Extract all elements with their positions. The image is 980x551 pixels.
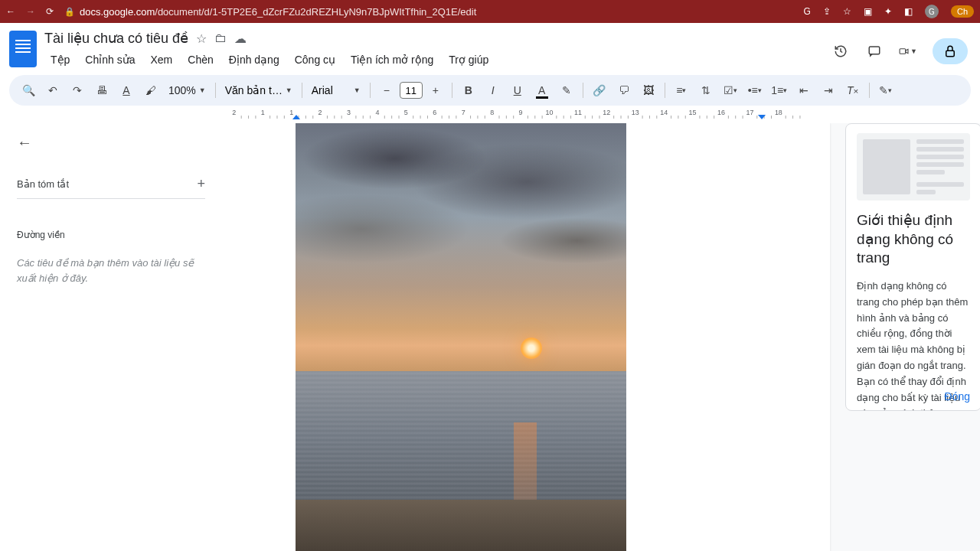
line-spacing-icon[interactable]: ⇅ <box>694 79 717 102</box>
ruler[interactable]: 21123456789101112131415161718 <box>0 107 980 124</box>
profile-avatar[interactable]: G <box>925 5 939 18</box>
text-color-icon[interactable]: A <box>531 79 554 102</box>
add-summary-icon[interactable]: + <box>197 176 205 192</box>
link-icon[interactable]: 🔗 <box>588 79 611 102</box>
clear-format-icon[interactable]: T× <box>841 79 864 102</box>
svg-text:18: 18 <box>775 109 782 116</box>
svg-text:9: 9 <box>519 109 523 116</box>
spellcheck-icon[interactable]: A <box>115 79 138 102</box>
upload-icon[interactable]: ⇪ <box>823 6 831 17</box>
document-canvas[interactable]: Giới thiệu định dạng không có trang Định… <box>222 123 980 551</box>
svg-text:8: 8 <box>490 109 494 116</box>
zoom-select[interactable]: 100%▼ <box>164 84 211 96</box>
indent-increase-icon[interactable]: ⇥ <box>817 79 840 102</box>
menu-tools[interactable]: Công cụ <box>289 51 341 69</box>
svg-text:2: 2 <box>232 109 236 116</box>
svg-rect-0 <box>869 47 880 54</box>
doc-header: Tài liệu chưa có tiêu đề ☆ 🗀 ☁ Tệp Chỉnh… <box>0 23 980 75</box>
lock-icon: 🔒 <box>64 7 75 17</box>
menu-view[interactable]: Xem <box>145 51 179 69</box>
indent-decrease-icon[interactable]: ⇤ <box>792 79 815 102</box>
chrome-pill[interactable]: Ch <box>951 5 974 18</box>
paint-format-icon[interactable]: 🖌 <box>139 79 162 102</box>
reader-icon[interactable]: ▣ <box>864 6 872 17</box>
svg-text:7: 7 <box>462 109 466 116</box>
italic-icon[interactable]: I <box>482 79 505 102</box>
share-button[interactable] <box>933 38 968 64</box>
star-icon[interactable]: ☆ <box>196 31 207 46</box>
outline-sidebar: ← Bản tóm tắt + Đường viền Các tiêu đề m… <box>0 123 222 551</box>
chevron-down-icon: ▼ <box>354 86 361 94</box>
docs-logo-icon[interactable] <box>9 31 37 67</box>
menu-help[interactable]: Trợ giúp <box>443 51 495 69</box>
inserted-image[interactable] <box>296 123 626 551</box>
style-select[interactable]: Văn bản t…▼ <box>220 84 297 96</box>
pageless-info-panel: Giới thiệu định dạng không có trang Định… <box>845 123 980 411</box>
svg-text:14: 14 <box>660 109 668 116</box>
outline-hint: Các tiêu đề mà bạn thêm vào tài liệu sẽ … <box>17 256 205 285</box>
summary-label: Bản tóm tắt <box>17 178 69 190</box>
svg-text:10: 10 <box>546 109 554 116</box>
redo-icon[interactable]: ↷ <box>66 79 89 102</box>
svg-text:13: 13 <box>632 109 639 116</box>
bullet-list-icon[interactable]: •≡▾ <box>743 79 766 102</box>
collapse-outline-icon[interactable]: ← <box>17 134 32 152</box>
history-icon[interactable] <box>831 42 850 60</box>
reload-icon[interactable]: ⟳ <box>46 6 54 17</box>
panel-title: Giới thiệu định dạng không có trang <box>857 211 970 268</box>
google-icon[interactable]: G <box>804 6 811 17</box>
svg-text:1: 1 <box>261 109 265 116</box>
svg-text:16: 16 <box>717 109 725 116</box>
panel-icon[interactable]: ◧ <box>904 6 913 17</box>
svg-text:5: 5 <box>404 109 408 116</box>
address-bar[interactable]: 🔒 docs.google.com/document/d/1-5TP2E6_dZ… <box>64 6 476 18</box>
menu-bar: Tệp Chỉnh sửa Xem Chèn Định dạng Công cụ… <box>44 49 831 70</box>
font-size-input[interactable] <box>400 82 423 99</box>
numbered-list-icon[interactable]: 1≡▾ <box>768 79 791 102</box>
insert-image-icon[interactable]: 🖼 <box>637 79 660 102</box>
menu-file[interactable]: Tệp <box>44 51 76 69</box>
increase-font-icon[interactable]: + <box>424 79 447 102</box>
search-icon[interactable]: 🔍 <box>17 79 40 102</box>
svg-text:4: 4 <box>375 109 379 116</box>
underline-icon[interactable]: U <box>506 79 529 102</box>
back-icon[interactable]: ← <box>6 6 15 17</box>
move-icon[interactable]: 🗀 <box>214 31 227 46</box>
cloud-icon[interactable]: ☁ <box>234 31 247 46</box>
svg-rect-1 <box>900 49 906 54</box>
font-select[interactable]: Arial▼ <box>307 84 365 96</box>
svg-text:6: 6 <box>433 109 436 116</box>
star-icon[interactable]: ☆ <box>843 6 851 17</box>
edit-mode-icon[interactable]: ✎▾ <box>874 79 897 102</box>
add-comment-icon[interactable]: 🗩 <box>612 79 635 102</box>
svg-marker-2 <box>906 49 908 53</box>
undo-icon[interactable]: ↶ <box>41 79 64 102</box>
align-icon[interactable]: ≡▾ <box>670 79 693 102</box>
svg-text:12: 12 <box>603 109 610 116</box>
svg-text:15: 15 <box>689 109 697 116</box>
lock-icon <box>943 44 957 58</box>
forward-icon[interactable]: → <box>26 6 35 17</box>
right-indent-marker[interactable] <box>758 115 766 119</box>
outline-section-label: Đường viền <box>17 230 205 240</box>
doc-title[interactable]: Tài liệu chưa có tiêu đề <box>44 30 188 47</box>
menu-extensions[interactable]: Tiện ích mở rộng <box>345 51 439 69</box>
chevron-down-icon: ▼ <box>199 86 206 94</box>
menu-insert[interactable]: Chèn <box>181 51 219 69</box>
comments-icon[interactable] <box>865 42 884 60</box>
highlight-icon[interactable]: ✎ <box>555 79 578 102</box>
bold-icon[interactable]: B <box>457 79 480 102</box>
menu-format[interactable]: Định dạng <box>223 51 286 69</box>
print-icon[interactable]: 🖶 <box>90 79 113 102</box>
left-indent-marker[interactable] <box>292 115 300 119</box>
checklist-icon[interactable]: ☑▾ <box>719 79 742 102</box>
toolbar: 🔍 ↶ ↷ 🖶 A 🖌 100%▼ Văn bản t…▼ Arial▼ − +… <box>9 75 971 106</box>
menu-edit[interactable]: Chỉnh sửa <box>79 51 141 69</box>
panel-close-button[interactable]: Đóng <box>945 390 970 403</box>
meet-icon[interactable]: ▼ <box>899 42 917 60</box>
page <box>222 123 830 551</box>
extensions-icon[interactable]: ✦ <box>884 6 892 17</box>
svg-text:11: 11 <box>574 109 582 116</box>
decrease-font-icon[interactable]: − <box>375 79 398 102</box>
svg-rect-3 <box>946 51 955 57</box>
